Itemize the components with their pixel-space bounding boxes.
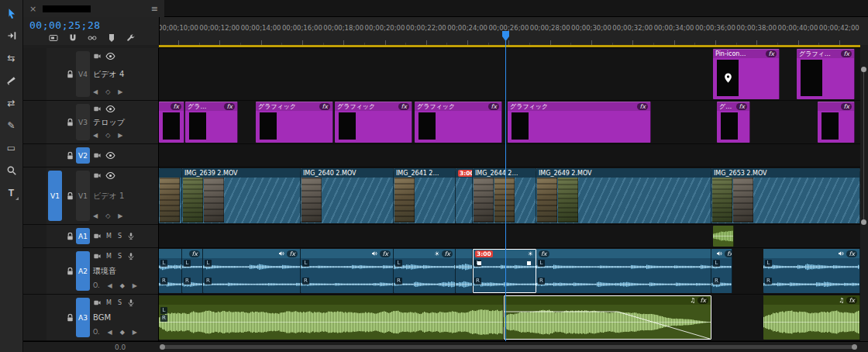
prev-keyframe-button[interactable]: ◀: [93, 88, 98, 95]
video-clip[interactable]: IMG_2653 2.MOV: [711, 168, 860, 223]
audio-clip[interactable]: fxLR: [203, 249, 301, 293]
scrollbar-handle[interactable]: [861, 67, 866, 72]
video-clip[interactable]: IMG_2640 2.MOV: [301, 168, 394, 223]
mute-button[interactable]: M: [105, 233, 112, 240]
next-keyframe-button[interactable]: ▶: [133, 282, 137, 289]
keyframe-handle[interactable]: [527, 261, 531, 265]
prev-keyframe-button[interactable]: ◀: [108, 282, 112, 289]
add-keyframe-button[interactable]: ◇: [105, 212, 110, 219]
sync-lock-icon[interactable]: [93, 105, 102, 113]
audio-clip[interactable]: LR: [159, 295, 504, 340]
graphic-clip[interactable]: グラフィックfx: [415, 102, 502, 143]
audio-clip[interactable]: [456, 249, 473, 293]
playhead[interactable]: [505, 36, 506, 341]
audio-clip[interactable]: fxLR: [763, 249, 860, 293]
keyframe-type-knob[interactable]: O.: [93, 282, 100, 289]
sync-lock-icon[interactable]: [93, 232, 102, 240]
video-clip[interactable]: IMG_2649 2.MOV: [536, 168, 711, 223]
graphic-clip[interactable]: グラフィ…fx: [797, 49, 855, 99]
audio-clip[interactable]: fxLR: [182, 249, 203, 293]
graphic-clip[interactable]: グラフィックfx: [508, 102, 651, 143]
next-keyframe-button[interactable]: ▶: [118, 88, 122, 95]
audio-clip[interactable]: [713, 226, 734, 247]
lock-icon[interactable]: [66, 267, 74, 276]
audio-clip[interactable]: fxLR: [536, 249, 711, 293]
solo-button[interactable]: S: [116, 253, 123, 260]
time-ruler[interactable]: 00;00;10;0000;00;12;0000;00;14;0000;00;1…: [159, 17, 860, 45]
next-keyframe-button[interactable]: ▶: [133, 329, 137, 336]
audio-clip[interactable]: LR: [159, 249, 182, 293]
add-keyframe-button[interactable]: ◆: [120, 329, 125, 336]
sync-lock-icon[interactable]: [93, 151, 102, 160]
voiceover-record-icon[interactable]: [127, 232, 135, 240]
video-clip[interactable]: 3:00: [456, 168, 473, 223]
vertical-scrollbar[interactable]: [860, 48, 868, 341]
sync-lock-icon[interactable]: [93, 299, 102, 307]
ripple-edit-tool[interactable]: ⇆: [2, 48, 21, 68]
lock-icon[interactable]: [66, 118, 74, 127]
voiceover-record-icon[interactable]: [127, 299, 135, 307]
add-keyframe-button[interactable]: ◇: [105, 88, 110, 95]
solo-button[interactable]: S: [116, 299, 123, 306]
graphic-clip[interactable]: fx: [159, 102, 184, 143]
solo-button[interactable]: S: [116, 233, 123, 240]
keyframe-handle[interactable]: [477, 261, 481, 265]
scrollbar-handle[interactable]: [861, 219, 866, 225]
sync-lock-icon[interactable]: [93, 171, 102, 180]
nest-sequences-icon[interactable]: [45, 31, 62, 44]
razor-tool[interactable]: [2, 71, 21, 91]
close-tab-icon[interactable]: ×: [29, 4, 36, 14]
scrollbar-handle[interactable]: [160, 344, 165, 350]
scrollbar-handle[interactable]: [852, 344, 857, 350]
type-tool[interactable]: T: [2, 183, 21, 203]
prev-keyframe-button[interactable]: ◀: [93, 132, 98, 139]
lock-icon[interactable]: [66, 313, 74, 323]
track-target-button-v4[interactable]: V4: [76, 51, 90, 97]
track-target-button-a2[interactable]: A2: [76, 251, 90, 291]
toggle-track-output-icon[interactable]: [105, 171, 115, 181]
lock-icon[interactable]: [66, 70, 74, 79]
video-clip[interactable]: IMG_2644 2…: [473, 168, 536, 223]
graphic-clip[interactable]: グラフィックfx: [256, 102, 333, 143]
audio-clip[interactable]: ♫fx: [504, 295, 711, 340]
mute-button[interactable]: M: [105, 253, 112, 260]
panel-menu-icon[interactable]: ≡: [151, 4, 158, 14]
audio-clip[interactable]: 3:00☀LR: [473, 249, 536, 293]
lock-icon[interactable]: [66, 232, 74, 241]
toggle-track-output-icon[interactable]: [105, 51, 115, 61]
toggle-track-output-icon[interactable]: [105, 150, 115, 160]
track-target-button-a1[interactable]: A1: [76, 228, 90, 244]
timeline-settings-icon[interactable]: [122, 31, 140, 44]
audio-clip[interactable]: ☀fxLR: [394, 249, 456, 293]
source-patch-button-v1[interactable]: V1: [48, 171, 62, 221]
toggle-track-output-icon[interactable]: [105, 104, 115, 114]
sequence-tab[interactable]: × ≡: [23, 0, 164, 17]
audio-clip[interactable]: ♫fx: [763, 295, 860, 340]
graphic-clip[interactable]: Pin-icon…fx: [713, 49, 780, 99]
selection-tool[interactable]: [2, 3, 21, 23]
sync-lock-icon[interactable]: [93, 252, 102, 261]
prev-keyframe-button[interactable]: ◀: [108, 329, 112, 336]
lock-icon[interactable]: [66, 192, 74, 201]
track-target-button-v2[interactable]: V2: [76, 147, 90, 164]
video-clip[interactable]: IMG_2641 2…: [394, 168, 456, 223]
snap-icon[interactable]: [64, 31, 81, 44]
next-keyframe-button[interactable]: ▶: [118, 212, 122, 219]
current-timecode[interactable]: 00;00;25;28: [29, 19, 101, 31]
pen-tool[interactable]: ✎: [2, 116, 21, 136]
add-keyframe-button[interactable]: ◇: [105, 132, 110, 139]
add-keyframe-button[interactable]: ◆: [120, 282, 125, 289]
graphic-clip[interactable]: fx: [818, 102, 855, 143]
graphic-clip[interactable]: グラ…fx: [185, 102, 238, 143]
graphic-clip[interactable]: グ…fx: [717, 102, 750, 143]
track-target-button-a3[interactable]: A3: [76, 298, 90, 337]
track-select-forward-tool[interactable]: [2, 26, 21, 46]
next-keyframe-button[interactable]: ▶: [118, 132, 122, 139]
keyframe-type-knob[interactable]: O.: [93, 329, 100, 336]
video-clip[interactable]: [159, 168, 182, 223]
lock-icon[interactable]: [66, 151, 74, 160]
linked-selection-icon[interactable]: [84, 31, 101, 44]
zoom-tool[interactable]: [2, 160, 21, 181]
track-target-button-v3[interactable]: V3: [76, 104, 90, 140]
mute-button[interactable]: M: [105, 299, 112, 306]
